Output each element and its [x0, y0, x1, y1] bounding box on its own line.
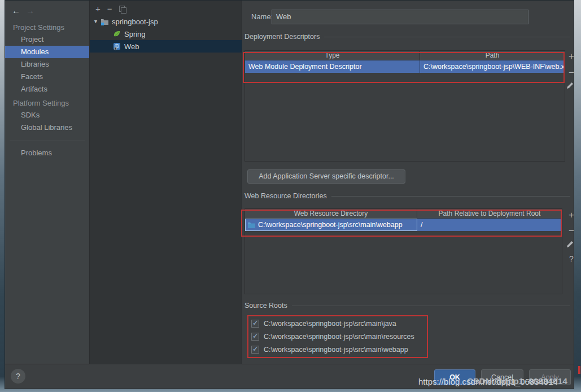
copy-module-icon[interactable]	[119, 6, 125, 12]
add-app-server-descriptor-button[interactable]: Add Application Server specific descript…	[247, 169, 405, 184]
name-label: Name:	[251, 12, 273, 21]
back-arrow-icon[interactable]: ←	[12, 6, 26, 15]
source-roots-title: Source Roots	[244, 302, 287, 310]
ok-button[interactable]: OK	[434, 369, 475, 385]
add-descriptor-icon[interactable]: +	[566, 53, 576, 60]
check-icon: ✓	[252, 345, 259, 353]
remove-descriptor-icon[interactable]: −	[566, 69, 576, 77]
help-icon[interactable]: ?	[566, 255, 576, 263]
apply-button[interactable]: Apply	[529, 369, 571, 385]
add-resource-icon[interactable]: +	[566, 211, 576, 219]
tree-node-label: springboot-jsp	[112, 18, 158, 26]
remove-resource-icon[interactable]: −	[566, 227, 576, 235]
column-header-directory[interactable]: Web Resource Directory	[245, 209, 417, 218]
help-button[interactable]: ?	[11, 369, 25, 384]
module-tree-panel: + − ▼ springboot-jsp Spring	[90, 1, 242, 364]
descriptor-type-cell[interactable]: Web Module Deployment Descriptor	[245, 60, 420, 73]
cancel-button[interactable]: Cancel	[481, 369, 523, 385]
tree-node-web[interactable]: Web	[90, 40, 242, 53]
tree-node-springboot-jsp[interactable]: ▼ springboot-jsp	[90, 15, 242, 28]
name-input[interactable]: Web	[272, 10, 528, 24]
edit-pencil-icon[interactable]	[566, 241, 576, 248]
table-row[interactable]: Web Module Deployment Descriptor C:\work…	[245, 60, 565, 73]
sidebar-item-sdks[interactable]: SDKs	[5, 109, 89, 121]
sidebar-item-libraries[interactable]: Libraries	[5, 58, 89, 71]
tree-node-spring[interactable]: Spring	[90, 28, 242, 40]
check-icon: ✓	[252, 332, 259, 340]
column-header-path[interactable]: Path	[420, 51, 565, 60]
section-rule	[292, 306, 570, 306]
tree-node-label: Spring	[124, 30, 146, 38]
column-header-type[interactable]: Type	[245, 51, 420, 60]
deployment-descriptors-table[interactable]: Type Path Web Module Deployment Descript…	[244, 50, 565, 162]
sidebar-divider	[10, 141, 85, 141]
project-structure-dialog: ←→ Project Settings Project Modules Libr…	[5, 0, 574, 389]
platform-settings-header: Platform Settings	[5, 95, 89, 109]
sidebar-item-project[interactable]: Project	[5, 33, 89, 46]
check-icon: ✓	[252, 319, 259, 327]
edit-pencil-icon[interactable]	[566, 82, 576, 89]
small-folder-icon	[248, 222, 255, 228]
dialog-footer: ? OK Cancel Apply	[5, 364, 574, 389]
settings-sidebar: ←→ Project Settings Project Modules Libr…	[5, 1, 90, 364]
module-folder-icon	[100, 18, 109, 25]
web-resource-directories-table[interactable]: Web Resource Directory Path Relative to …	[244, 208, 562, 294]
descriptor-path-cell[interactable]: C:\workspace\springboot-jsp\WEB-INF\web.…	[420, 60, 565, 73]
source-root-path: C:\workspace\springboot-jsp\src\main\jav…	[264, 320, 396, 328]
project-settings-header: Project Settings	[5, 15, 89, 33]
relative-path-cell[interactable]: /	[417, 219, 562, 231]
table-row[interactable]: C:\workspace\springboot-jsp\src\main\web…	[245, 219, 562, 231]
sidebar-item-modules[interactable]: Modules	[5, 46, 89, 58]
resource-directory-cell[interactable]: C:\workspace\springboot-jsp\src\main\web…	[245, 219, 417, 231]
deployment-descriptors-title: Deployment Descriptors	[244, 33, 320, 41]
annotation-edge-mark	[578, 366, 580, 374]
resource-directory-path: C:\workspace\springboot-jsp\src\main\web…	[258, 221, 403, 229]
section-rule	[324, 37, 570, 37]
web-facet-editor: Name: Web Deployment Descriptors Type Pa…	[242, 1, 574, 364]
source-root-path: C:\workspace\springboot-jsp\src\main\web…	[264, 346, 408, 354]
expand-caret-icon[interactable]: ▼	[93, 19, 100, 24]
forward-arrow-icon[interactable]: →	[26, 6, 40, 15]
source-root-path: C:\workspace\springboot-jsp\src\main\res…	[264, 333, 414, 341]
web-facet-icon	[112, 42, 121, 50]
section-rule	[331, 196, 570, 197]
add-module-icon[interactable]: +	[95, 6, 101, 12]
spring-leaf-icon	[112, 30, 121, 38]
remove-module-icon[interactable]: −	[107, 6, 112, 12]
source-root-checkbox[interactable]: ✓	[251, 333, 259, 341]
source-root-checkbox[interactable]: ✓	[251, 320, 259, 328]
sidebar-item-facets[interactable]: Facets	[5, 71, 89, 83]
source-root-checkbox[interactable]: ✓	[251, 346, 259, 354]
sidebar-item-global-libraries[interactable]: Global Libraries	[5, 121, 89, 134]
web-resource-directories-title: Web Resource Directories	[244, 192, 327, 200]
tree-node-label: Web	[124, 42, 139, 51]
sidebar-item-artifacts[interactable]: Artifacts	[5, 83, 89, 95]
column-header-relative-path[interactable]: Path Relative to Deployment Root	[417, 209, 562, 218]
sidebar-item-problems[interactable]: Problems	[5, 147, 89, 159]
